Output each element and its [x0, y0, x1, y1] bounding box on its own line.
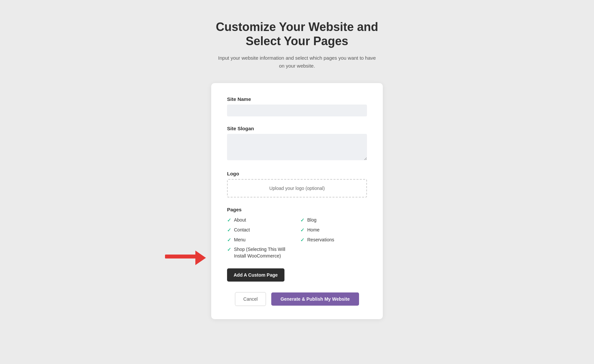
- site-name-label: Site Name: [227, 96, 367, 102]
- checkmark-contact: ✓: [227, 227, 231, 233]
- page-item-blog[interactable]: ✓ Blog: [300, 217, 367, 224]
- page-item-reservations[interactable]: ✓ Reservations: [300, 237, 367, 243]
- checkmark-blog: ✓: [300, 217, 305, 223]
- page-name-home: Home: [307, 227, 319, 233]
- page-subtitle: Input your website information and selec…: [218, 54, 376, 70]
- add-custom-page-button[interactable]: Add A Custom Page: [227, 268, 284, 282]
- checkmark-home: ✓: [300, 227, 305, 233]
- page-item-about[interactable]: ✓ About: [227, 217, 294, 224]
- generate-publish-button[interactable]: Generate & Publish My Website: [271, 292, 359, 306]
- checkmark-about: ✓: [227, 217, 231, 223]
- site-name-input[interactable]: [227, 105, 367, 116]
- footer-actions: Cancel Generate & Publish My Website: [227, 292, 367, 306]
- logo-field: Logo Upload your logo (optional): [227, 171, 367, 197]
- pages-grid: ✓ About ✓ Blog ✓ Contact ✓ Home ✓ Me: [227, 217, 367, 259]
- page-name-menu: Menu: [234, 237, 246, 243]
- page-name-about: About: [234, 217, 246, 224]
- logo-label: Logo: [227, 171, 367, 176]
- site-slogan-label: Site Slogan: [227, 126, 367, 131]
- site-name-field: Site Name: [227, 96, 367, 116]
- page-name-contact: Contact: [234, 227, 250, 233]
- site-slogan-input[interactable]: [227, 134, 367, 160]
- page-title: Customize Your Website and Select Your P…: [216, 20, 378, 48]
- pages-section: Pages ✓ About ✓ Blog ✓ Contact ✓ Home: [227, 207, 367, 259]
- page-item-home[interactable]: ✓ Home: [300, 227, 367, 233]
- cancel-button[interactable]: Cancel: [235, 292, 266, 306]
- form-card: Site Name Site Slogan Logo Upload your l…: [211, 83, 383, 319]
- page-name-shop: Shop (Selecting This Will Install WooCom…: [234, 246, 294, 259]
- site-slogan-field: Site Slogan: [227, 126, 367, 162]
- page-item-shop[interactable]: ✓ Shop (Selecting This Will Install WooC…: [227, 246, 294, 259]
- page-name-blog: Blog: [307, 217, 316, 224]
- page-item-menu[interactable]: ✓ Menu: [227, 237, 294, 243]
- logo-upload-area[interactable]: Upload your logo (optional): [227, 179, 367, 197]
- checkmark-menu: ✓: [227, 237, 231, 243]
- page-header: Customize Your Website and Select Your P…: [216, 20, 378, 70]
- page-name-reservations: Reservations: [307, 237, 334, 243]
- pages-label: Pages: [227, 207, 367, 212]
- page-item-contact[interactable]: ✓ Contact: [227, 227, 294, 233]
- checkmark-shop: ✓: [227, 247, 231, 253]
- logo-upload-text: Upload your logo (optional): [269, 186, 325, 191]
- checkmark-reservations: ✓: [300, 237, 305, 243]
